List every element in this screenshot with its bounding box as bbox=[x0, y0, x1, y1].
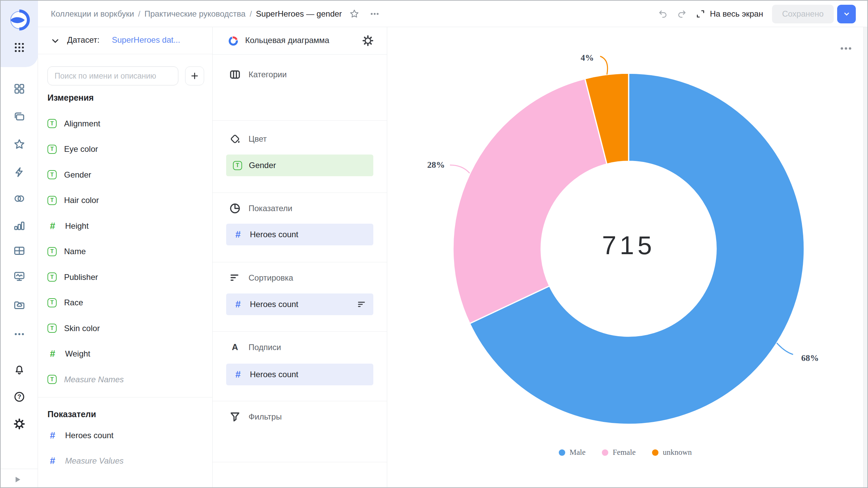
page-title: SuperHeroes — gender bbox=[256, 9, 342, 19]
sidebar-item-quick-actions[interactable] bbox=[1, 163, 38, 182]
donut-center-total: 715 bbox=[561, 230, 696, 260]
field-label: Eye color bbox=[64, 144, 98, 154]
left-rail: ? bbox=[1, 1, 38, 487]
text-field-icon: T bbox=[233, 161, 242, 170]
rail-header bbox=[1, 1, 38, 67]
labels-a-icon: A bbox=[229, 341, 241, 353]
dataset-field-weight[interactable]: #Weight bbox=[38, 341, 212, 367]
dataset-field-skin-color[interactable]: TSkin color bbox=[38, 316, 212, 341]
dataset-field-hair-color[interactable]: THair color bbox=[38, 188, 212, 214]
filter-funnel-icon bbox=[229, 411, 241, 423]
breadcrumb: Коллекции и воркбуки / Практические руко… bbox=[51, 9, 342, 19]
breadcrumb-more-icon[interactable] bbox=[370, 9, 380, 19]
plus-icon bbox=[190, 71, 199, 81]
sidebar-item-dashboards[interactable] bbox=[1, 79, 38, 98]
section-divider bbox=[213, 331, 387, 332]
number-field-icon: # bbox=[233, 299, 243, 310]
dataset-field-height[interactable]: #Height bbox=[38, 213, 212, 239]
dataset-collapse-chevron-icon[interactable] bbox=[50, 36, 60, 46]
text-field-icon: T bbox=[47, 298, 57, 307]
sidebar-item-charts[interactable] bbox=[1, 216, 38, 235]
legend-item-female[interactable]: Female bbox=[602, 448, 636, 457]
donut-slice-female[interactable] bbox=[453, 79, 607, 323]
dataset-field-race[interactable]: TRace bbox=[38, 290, 212, 316]
sidebar-item-monitoring[interactable] bbox=[1, 267, 38, 286]
notifications-bell-icon[interactable] bbox=[1, 360, 38, 379]
svg-text:?: ? bbox=[18, 393, 21, 400]
save-dropdown-button[interactable] bbox=[837, 5, 856, 23]
field-label: Weight bbox=[65, 349, 90, 359]
labels-field-chip[interactable]: # Heroes count bbox=[226, 364, 373, 385]
number-field-icon: # bbox=[233, 369, 243, 380]
legend-label: unknown bbox=[663, 448, 692, 457]
section-measures-label: Показатели bbox=[249, 204, 292, 213]
scrollbar[interactable] bbox=[863, 27, 867, 487]
text-field-icon: T bbox=[47, 272, 57, 282]
measures-field-name: Heroes count bbox=[250, 230, 298, 239]
dataset-field-name[interactable]: TName bbox=[38, 239, 212, 265]
legend-label: Female bbox=[613, 448, 636, 457]
chart-settings-gear-icon[interactable] bbox=[362, 35, 374, 47]
chart-legend: MaleFemaleunknown bbox=[387, 448, 863, 457]
dataset-label: Датасет: bbox=[67, 35, 99, 45]
svg-text:A: A bbox=[232, 342, 238, 352]
saved-button[interactable]: Сохранено bbox=[772, 5, 834, 23]
breadcrumb-separator: / bbox=[250, 9, 252, 19]
sidebar-item-storage[interactable] bbox=[1, 296, 38, 314]
field-label: Race bbox=[64, 298, 83, 307]
dataset-field-eye-color[interactable]: TEye color bbox=[38, 137, 212, 162]
text-field-icon: T bbox=[47, 145, 57, 154]
section-measures: Показатели bbox=[229, 202, 292, 215]
field-label: Name bbox=[64, 247, 86, 256]
dataset-name-link[interactable]: SuperHeroes dat... bbox=[112, 35, 180, 45]
color-field-chip[interactable]: T Gender bbox=[226, 155, 373, 176]
breadcrumb-collections[interactable]: Коллекции и воркбуки bbox=[51, 9, 134, 19]
dataset-field-gender[interactable]: TGender bbox=[38, 162, 212, 188]
panel-divider bbox=[38, 397, 212, 398]
measures-field-chip[interactable]: # Heroes count bbox=[226, 224, 373, 245]
sort-direction-icon[interactable] bbox=[356, 299, 367, 309]
number-field-icon: # bbox=[47, 430, 58, 441]
help-icon[interactable]: ? bbox=[1, 387, 38, 406]
breadcrumb-guides[interactable]: Практические руководства bbox=[144, 9, 245, 19]
dataset-header: Датасет: SuperHeroes dat... bbox=[38, 27, 212, 54]
favorite-star-icon[interactable] bbox=[349, 9, 359, 19]
legend-item-male[interactable]: Male bbox=[559, 448, 586, 457]
dataset-field-publisher[interactable]: TPublisher bbox=[38, 264, 212, 290]
sidebar-item-more[interactable] bbox=[1, 325, 38, 344]
expand-panel-icon[interactable] bbox=[12, 474, 22, 485]
legend-item-unknown[interactable]: unknown bbox=[652, 448, 692, 457]
dimensions-list: TAlignmentTEye colorTGenderTHair color#H… bbox=[38, 111, 212, 392]
sidebar-item-favorites[interactable] bbox=[1, 135, 38, 154]
undo-icon[interactable] bbox=[658, 9, 668, 19]
text-field-icon: T bbox=[47, 119, 57, 128]
datalens-logo[interactable] bbox=[9, 9, 30, 30]
field-label: Measure Values bbox=[65, 456, 124, 466]
sidebar-item-relations[interactable] bbox=[1, 189, 38, 208]
chart-type-label[interactable]: Кольцевая диаграмма bbox=[245, 36, 329, 45]
apps-grid-icon[interactable] bbox=[13, 41, 25, 54]
sort-icon bbox=[229, 272, 241, 284]
settings-gear-icon[interactable] bbox=[1, 414, 38, 433]
slice-label-female: 28% bbox=[427, 160, 445, 170]
fullscreen-toggle[interactable]: На весь экран bbox=[696, 9, 763, 19]
sidebar-item-collections[interactable] bbox=[1, 107, 38, 126]
field-label: Publisher bbox=[64, 272, 98, 282]
donut-chart-type-icon[interactable] bbox=[227, 35, 240, 47]
dataset-field-heroes-count[interactable]: #Heroes count bbox=[38, 423, 212, 448]
text-field-icon: T bbox=[47, 196, 57, 205]
search-input[interactable] bbox=[47, 66, 178, 85]
dataset-field-measure-values[interactable]: #Measure Values bbox=[38, 448, 212, 474]
dataset-field-alignment[interactable]: TAlignment bbox=[38, 111, 212, 137]
legend-dot bbox=[602, 449, 608, 456]
redo-icon[interactable] bbox=[677, 9, 687, 19]
section-categories-label: Категории bbox=[249, 70, 287, 79]
dataset-field-measure-names[interactable]: TMeasure Names bbox=[38, 367, 212, 392]
sort-field-chip[interactable]: # Heroes count bbox=[226, 293, 373, 315]
field-label: Alignment bbox=[64, 119, 100, 128]
add-field-button[interactable] bbox=[185, 66, 204, 85]
section-filters: Фильтры bbox=[229, 410, 282, 424]
sidebar-item-tables[interactable] bbox=[1, 241, 38, 260]
callout-line-female bbox=[450, 165, 470, 173]
chevron-down-icon bbox=[842, 9, 851, 18]
